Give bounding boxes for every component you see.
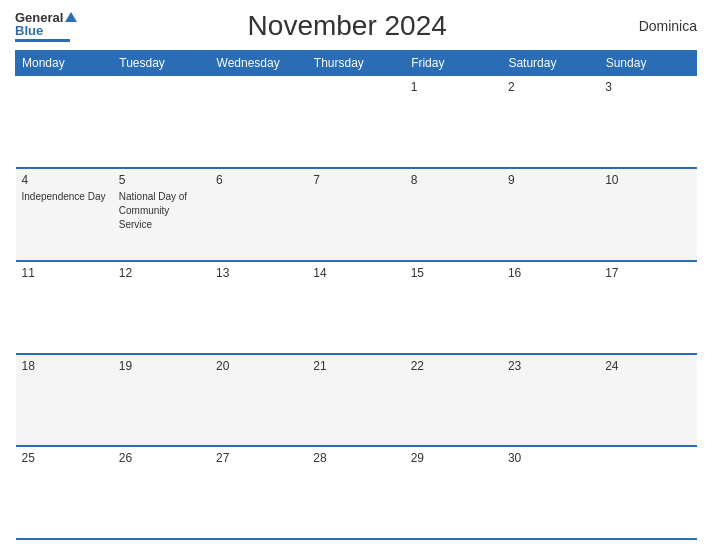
calendar-cell: 27 [210,446,307,539]
day-number: 22 [411,359,496,373]
logo-blue-text: Blue [15,24,43,37]
day-number: 21 [313,359,398,373]
day-number: 17 [605,266,690,280]
logo-underline [15,39,70,42]
calendar-cell: 5National Day of Community Service [113,168,210,261]
day-number: 23 [508,359,593,373]
calendar-week-row: 252627282930 [16,446,697,539]
header-sunday: Sunday [599,51,696,76]
header-wednesday: Wednesday [210,51,307,76]
calendar-cell: 18 [16,354,113,447]
logo: General Blue [15,11,77,42]
calendar-week-row: 123 [16,76,697,169]
calendar-cell: 24 [599,354,696,447]
header-thursday: Thursday [307,51,404,76]
calendar-cell: 29 [405,446,502,539]
day-number: 30 [508,451,593,465]
calendar-cell: 25 [16,446,113,539]
calendar-cell [210,76,307,169]
day-number: 3 [605,80,690,94]
calendar-cell: 16 [502,261,599,354]
calendar-cell: 7 [307,168,404,261]
calendar-title: November 2024 [77,10,617,42]
calendar-cell: 2 [502,76,599,169]
calendar-cell [16,76,113,169]
day-number: 11 [22,266,107,280]
day-number: 4 [22,173,107,187]
calendar-table: Monday Tuesday Wednesday Thursday Friday… [15,50,697,540]
calendar-cell: 14 [307,261,404,354]
calendar-week-row: 11121314151617 [16,261,697,354]
event-label: Independence Day [22,191,106,202]
calendar-cell: 22 [405,354,502,447]
weekday-header-row: Monday Tuesday Wednesday Thursday Friday… [16,51,697,76]
calendar-cell: 17 [599,261,696,354]
logo-general-text: General [15,11,63,24]
calendar-cell: 12 [113,261,210,354]
header-friday: Friday [405,51,502,76]
day-number: 2 [508,80,593,94]
calendar-cell: 19 [113,354,210,447]
day-number: 25 [22,451,107,465]
calendar-cell [113,76,210,169]
day-number: 15 [411,266,496,280]
calendar-page: General Blue November 2024 Dominica Mond… [0,0,712,550]
day-number: 29 [411,451,496,465]
day-number: 1 [411,80,496,94]
calendar-cell: 8 [405,168,502,261]
calendar-week-row: 18192021222324 [16,354,697,447]
day-number: 7 [313,173,398,187]
day-number: 24 [605,359,690,373]
calendar-cell: 6 [210,168,307,261]
day-number: 20 [216,359,301,373]
day-number: 10 [605,173,690,187]
day-number: 27 [216,451,301,465]
calendar-cell: 3 [599,76,696,169]
calendar-week-row: 4Independence Day5National Day of Commun… [16,168,697,261]
header-monday: Monday [16,51,113,76]
calendar-cell: 11 [16,261,113,354]
calendar-header: General Blue November 2024 Dominica [15,10,697,42]
calendar-cell [307,76,404,169]
header-tuesday: Tuesday [113,51,210,76]
calendar-cell: 20 [210,354,307,447]
calendar-cell: 10 [599,168,696,261]
calendar-cell: 9 [502,168,599,261]
calendar-cell: 26 [113,446,210,539]
calendar-cell: 30 [502,446,599,539]
day-number: 5 [119,173,204,187]
day-number: 9 [508,173,593,187]
day-number: 14 [313,266,398,280]
day-number: 18 [22,359,107,373]
calendar-cell: 4Independence Day [16,168,113,261]
calendar-cell: 23 [502,354,599,447]
day-number: 13 [216,266,301,280]
calendar-cell: 13 [210,261,307,354]
calendar-cell: 1 [405,76,502,169]
logo-triangle-icon [65,12,77,22]
calendar-cell: 15 [405,261,502,354]
country-name: Dominica [617,18,697,34]
day-number: 8 [411,173,496,187]
calendar-cell: 28 [307,446,404,539]
event-label: National Day of Community Service [119,191,187,230]
header-saturday: Saturday [502,51,599,76]
day-number: 28 [313,451,398,465]
day-number: 12 [119,266,204,280]
day-number: 19 [119,359,204,373]
day-number: 16 [508,266,593,280]
calendar-cell: 21 [307,354,404,447]
day-number: 26 [119,451,204,465]
calendar-cell [599,446,696,539]
day-number: 6 [216,173,301,187]
